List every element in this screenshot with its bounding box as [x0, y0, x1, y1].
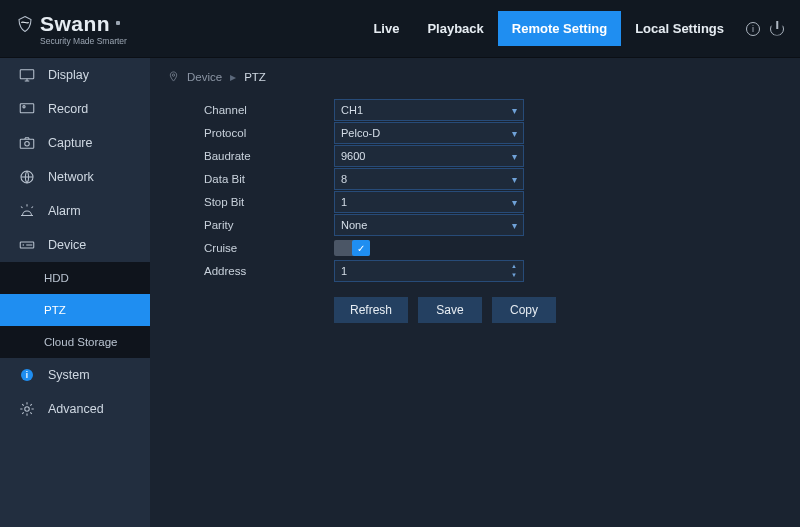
label-parity: Parity: [204, 219, 334, 231]
select-databit[interactable]: 8: [334, 168, 524, 190]
sidebar-item-display[interactable]: Display: [0, 58, 150, 92]
sidebar-item-label: System: [48, 368, 90, 382]
layout: Display Record Capture Network Alarm Dev…: [0, 58, 800, 527]
info-icon[interactable]: i: [746, 22, 760, 36]
sidebar-item-label: Alarm: [48, 204, 81, 218]
chevron-up-icon[interactable]: ▲: [507, 262, 521, 271]
alarm-icon: [18, 202, 36, 220]
check-icon: ✓: [352, 240, 370, 256]
sidebar-sub-device: HDD PTZ Cloud Storage: [0, 262, 150, 358]
sidebar-sub-cloud[interactable]: Cloud Storage: [0, 326, 150, 358]
refresh-button[interactable]: Refresh: [334, 297, 408, 323]
label-cruise: Cruise: [204, 242, 334, 254]
tab-local-settings[interactable]: Local Settings: [621, 11, 738, 46]
label-baudrate: Baudrate: [204, 150, 334, 162]
brand-tagline: Security Made Smarter: [40, 36, 127, 46]
display-icon: [18, 66, 36, 84]
label-databit: Data Bit: [204, 173, 334, 185]
main-panel: Device ▸ PTZ Channel CH1 Protocol Pelco-…: [150, 58, 800, 527]
save-button[interactable]: Save: [418, 297, 482, 323]
svg-point-4: [25, 142, 30, 147]
capture-icon: [18, 134, 36, 152]
svg-text:i: i: [26, 371, 28, 380]
breadcrumb-leaf: PTZ: [244, 71, 266, 83]
label-protocol: Protocol: [204, 127, 334, 139]
chevron-down-icon[interactable]: ▼: [507, 271, 521, 280]
svg-rect-0: [20, 70, 34, 79]
brand-logo-icon: [16, 15, 34, 33]
sidebar: Display Record Capture Network Alarm Dev…: [0, 58, 150, 527]
chevron-right-icon: ▸: [230, 70, 236, 84]
sidebar-item-capture[interactable]: Capture: [0, 126, 150, 160]
select-channel-value: CH1: [341, 104, 363, 116]
brand-name: Swann: [40, 12, 110, 36]
sidebar-item-label: Display: [48, 68, 89, 82]
input-address[interactable]: 1 ▲▼: [334, 260, 524, 282]
select-protocol-value: Pelco-D: [341, 127, 380, 139]
input-address-value: 1: [341, 265, 347, 277]
tab-remote-setting[interactable]: Remote Setting: [498, 11, 621, 46]
topbar: Swann Security Made Smarter Live Playbac…: [0, 0, 800, 58]
svg-point-7: [23, 244, 25, 246]
select-protocol[interactable]: Pelco-D: [334, 122, 524, 144]
tab-live[interactable]: Live: [359, 11, 413, 46]
sidebar-item-advanced[interactable]: Advanced: [0, 392, 150, 426]
address-spinner[interactable]: ▲▼: [507, 262, 521, 280]
record-icon: [18, 100, 36, 118]
copy-button[interactable]: Copy: [492, 297, 556, 323]
sidebar-item-alarm[interactable]: Alarm: [0, 194, 150, 228]
sidebar-item-network[interactable]: Network: [0, 160, 150, 194]
topnav: Live Playback Remote Setting Local Setti…: [359, 11, 784, 46]
sidebar-item-record[interactable]: Record: [0, 92, 150, 126]
sidebar-sub-ptz[interactable]: PTZ: [0, 294, 150, 326]
network-icon: [18, 168, 36, 186]
sidebar-sub-hdd[interactable]: HDD: [0, 262, 150, 294]
sidebar-item-label: Network: [48, 170, 94, 184]
device-icon: [18, 236, 36, 254]
breadcrumb: Device ▸ PTZ: [168, 66, 782, 98]
select-baudrate[interactable]: 9600: [334, 145, 524, 167]
select-baudrate-value: 9600: [341, 150, 365, 162]
svg-rect-1: [20, 104, 34, 113]
breadcrumb-root[interactable]: Device: [187, 71, 222, 83]
select-parity[interactable]: None: [334, 214, 524, 236]
system-icon: i: [18, 366, 36, 384]
brand-dot-icon: [116, 21, 120, 25]
ptz-form: Channel CH1 Protocol Pelco-D Baudrate 96…: [204, 98, 782, 323]
button-row: Refresh Save Copy: [334, 297, 782, 323]
toggle-cruise[interactable]: ✓: [334, 240, 370, 256]
select-channel[interactable]: CH1: [334, 99, 524, 121]
svg-point-2: [23, 106, 25, 108]
select-stopbit[interactable]: 1: [334, 191, 524, 213]
gear-icon: [18, 400, 36, 418]
label-stopbit: Stop Bit: [204, 196, 334, 208]
tab-playback[interactable]: Playback: [413, 11, 497, 46]
brand: Swann Security Made Smarter: [16, 12, 127, 46]
sidebar-item-label: Record: [48, 102, 88, 116]
label-address: Address: [204, 265, 334, 277]
sidebar-item-system[interactable]: i System: [0, 358, 150, 392]
sidebar-item-label: Advanced: [48, 402, 104, 416]
sidebar-item-device[interactable]: Device: [0, 228, 150, 262]
select-stopbit-value: 1: [341, 196, 347, 208]
svg-rect-3: [20, 139, 34, 148]
label-channel: Channel: [204, 104, 334, 116]
sidebar-item-label: Device: [48, 238, 86, 252]
select-databit-value: 8: [341, 173, 347, 185]
select-parity-value: None: [341, 219, 367, 231]
svg-point-10: [25, 407, 30, 412]
sidebar-item-label: Capture: [48, 136, 92, 150]
svg-point-11: [172, 73, 174, 75]
power-icon[interactable]: [770, 22, 784, 36]
location-icon: [168, 71, 179, 84]
